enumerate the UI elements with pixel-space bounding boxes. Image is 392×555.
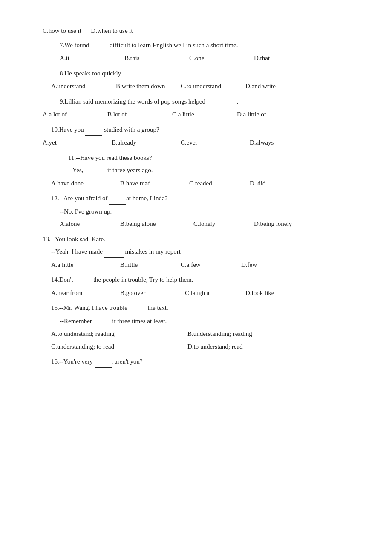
- question-9: 9.Lillian said memorizing the words of p…: [43, 96, 358, 120]
- q8-c: C.to understand: [181, 81, 232, 92]
- q12-a: A.alone: [60, 219, 107, 230]
- q10-d: D.always: [250, 137, 301, 148]
- q15-blank2: [94, 316, 111, 327]
- q9-blank: [207, 96, 237, 108]
- q11-a: A.have done: [51, 178, 107, 189]
- q9-c: C.a little: [172, 109, 223, 120]
- question-11: 11.--Have you read these books? --Yes, I…: [43, 153, 358, 189]
- q9-b: B.lot of: [107, 109, 159, 120]
- q8-blank: [123, 68, 157, 80]
- q13-c: C.a few: [181, 260, 228, 271]
- q11-b: B.have read: [120, 178, 176, 189]
- question-10: 10.Have you studied with a group? A.yet …: [43, 124, 358, 148]
- q9-d: D.a little of: [237, 109, 288, 120]
- q11-sub: --Yes, I it three years ago.: [68, 165, 358, 176]
- q12-sub: --No, I've grown up.: [60, 206, 358, 217]
- q8-b: B.write them down: [116, 81, 167, 92]
- q9-a: A.a lot of: [43, 109, 94, 120]
- q7-c: C.one: [189, 53, 240, 64]
- question-15: 15.--Mr. Wang, I have trouble the text. …: [43, 303, 358, 352]
- q7-b: B.this: [124, 53, 176, 64]
- question-13: 13.--You look sad, Kate. --Yeah, I have …: [43, 234, 358, 271]
- q13-options: A.a little B.little C.a few D.few: [51, 260, 358, 271]
- q12-d: D.being lonely: [254, 219, 305, 230]
- q13-a: A.a little: [51, 260, 107, 271]
- q12-b: B.being alone: [120, 219, 180, 230]
- q11-c: C.readed: [189, 178, 236, 189]
- q16-text: 16.--You're very , aren't you?: [51, 356, 358, 368]
- q12-text: 12.--Are you afraid of at home, Linda?: [51, 193, 358, 205]
- question-16: 16.--You're very , aren't you?: [43, 356, 358, 368]
- q15-text: 15.--Mr. Wang, I have trouble the text.: [51, 303, 358, 314]
- q7-blank: [91, 40, 108, 52]
- q15-a: A.to understand; reading: [51, 329, 153, 340]
- q11-blank: [89, 165, 106, 176]
- q12-c: C.lonely: [193, 219, 240, 230]
- q14-a: A.hear from: [51, 288, 107, 299]
- q16-blank: [95, 356, 112, 368]
- q7-d: D.that: [254, 53, 305, 64]
- q9-text: 9.Lillian said memorizing the words of p…: [60, 96, 358, 108]
- q12-blank: [109, 193, 126, 205]
- q8-options: A.understand B.write them down C.to unde…: [51, 81, 358, 92]
- top-options-line: C.how to use it D.when to use it: [43, 26, 358, 37]
- q7-a: A.it: [60, 53, 111, 64]
- q13-sub: --Yeah, I have made mistakes in my repor…: [51, 246, 358, 258]
- q14-d: D.look like: [245, 288, 297, 299]
- q10-a: A.yet: [43, 137, 98, 148]
- q10-options: A.yet B.already C.ever D.always: [43, 137, 358, 148]
- page-content: C.how to use it D.when to use it 7.We fo…: [43, 26, 358, 368]
- question-7: 7.We found difficult to learn English we…: [43, 40, 358, 64]
- q13-d: D.few: [241, 260, 292, 271]
- q14-blank: [75, 275, 92, 286]
- q14-text: 14.Don't the people in trouble, Try to h…: [51, 275, 358, 286]
- option-c-how: C.how to use it: [43, 27, 81, 34]
- q10-b: B.already: [112, 137, 167, 148]
- q11-options: A.have done B.have read C.readed D. did: [51, 178, 358, 189]
- q7-options: A.it B.this C.one D.that: [60, 53, 358, 64]
- question-12: 12.--Are you afraid of at home, Linda? -…: [43, 193, 358, 230]
- q13-b: B.little: [120, 260, 167, 271]
- q14-c: C.laugh at: [185, 288, 232, 299]
- question-8: 8.He speaks too quickly . A.understand B…: [43, 68, 358, 92]
- question-14: 14.Don't the people in trouble, Try to h…: [43, 275, 358, 298]
- q8-d: D.and write: [245, 81, 297, 92]
- q10-text: 10.Have you studied with a group?: [51, 124, 358, 136]
- q14-b: B.go over: [120, 288, 171, 299]
- q8-a: A.understand: [51, 81, 102, 92]
- q12-options: A.alone B.being alone C.lonely D.being l…: [60, 219, 358, 230]
- q10-blank: [85, 124, 102, 136]
- q8-text: 8.He speaks too quickly .: [60, 68, 358, 80]
- q15-c: C.understanding; to read: [51, 341, 153, 353]
- q13-text: 13.--You look sad, Kate.: [43, 234, 358, 245]
- q15-blank1: [129, 303, 146, 314]
- q14-options: A.hear from B.go over C.laugh at D.look …: [51, 288, 358, 299]
- q15-b: B.understanding; reading: [187, 329, 252, 340]
- q7-text: 7.We found difficult to learn English we…: [60, 40, 358, 52]
- q11-d: D. did: [250, 178, 301, 189]
- q13-blank: [104, 246, 124, 258]
- option-d-when: D.when to use it: [91, 27, 133, 34]
- q9-options: A.a lot of B.lot of C.a little D.a littl…: [43, 109, 358, 120]
- q10-c: C.ever: [181, 137, 236, 148]
- q11-text: 11.--Have you read these books?: [68, 153, 358, 164]
- q15-options-row1: A.to understand; reading B.understanding…: [51, 329, 358, 352]
- q15-d: D.to understand; read: [187, 341, 243, 353]
- q15-sub: --Remember it three times at least.: [60, 316, 358, 327]
